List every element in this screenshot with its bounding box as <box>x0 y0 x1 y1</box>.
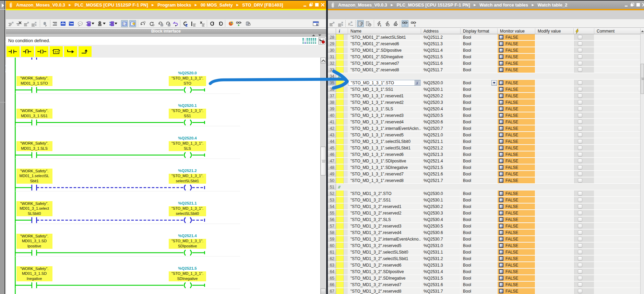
watch-table-row[interactable]: 32 "STO_MD01_2".reserved7 %Q2511.6 Bool … <box>328 60 640 67</box>
header-display-format-column[interactable]: Display format <box>461 28 498 34</box>
tag-name-cell[interactable]: "STO_MD_1_3_1".SLS <box>348 106 421 112</box>
tag-name-cell[interactable]: "STO_MD_1_3_1".reserved1 <box>348 93 421 99</box>
tag-name-cell[interactable]: "STO_MD1_3_2".reserved5 <box>348 243 421 249</box>
display-format-cell[interactable]: Bool <box>461 171 498 177</box>
watch-table-row[interactable]: 42 "STO_MD_1_3_1".internalEventAckn... %… <box>328 125 640 132</box>
modify-value-cell[interactable] <box>535 125 574 132</box>
trigger-checkbox[interactable] <box>578 204 582 209</box>
dropdown-arrow-icon[interactable] <box>92 23 94 25</box>
watch-table-row[interactable]: 52 "STO_MD1_3_2".STO %Q2530.0 Bool FALSE <box>328 191 640 197</box>
address-cell[interactable]: %Q2521.5 <box>421 164 461 171</box>
trigger-checkbox[interactable] <box>578 289 582 293</box>
trigger-checkbox[interactable] <box>578 54 582 59</box>
expanded-mode-icon[interactable] <box>402 20 408 27</box>
display-format-cell[interactable]: Bool <box>461 99 498 106</box>
monitor-value-cell[interactable]: FALSE <box>498 204 535 210</box>
trigger-checkbox[interactable] <box>578 61 582 65</box>
ladder-network-canvas[interactable]: "WORK_Safety". MD01_3_1.STO %Q2520.0 "ST… <box>6 58 326 294</box>
monitor-value-cell[interactable]: FALSE <box>498 112 535 119</box>
splitter-collapse-icon[interactable] <box>312 34 316 36</box>
contact-operand-label[interactable]: "WORK_Safety". MD01_3_1.SLS <box>16 141 52 151</box>
tag-name-cell[interactable]: "STO_MD1_3_2".SDIpositive <box>348 269 421 275</box>
monitor-value-cell[interactable]: FALSE <box>498 60 535 66</box>
monitor-value-cell[interactable]: FALSE <box>498 288 535 294</box>
trigger-checkbox[interactable] <box>578 198 582 202</box>
goto-next-error-icon[interactable] <box>217 20 224 27</box>
trigger-checkbox[interactable] <box>578 152 582 157</box>
comment-cell[interactable] <box>594 210 640 216</box>
watch-table-row[interactable]: 37 "STO_MD_1_3_1".reserved1 %Q2520.2 Boo… <box>328 93 640 99</box>
trigger-checkbox[interactable] <box>578 146 582 150</box>
display-format-cell[interactable]: Bool <box>461 249 498 255</box>
modify-value-cell[interactable] <box>535 275 574 281</box>
watch-table-row[interactable]: 65 "STO_MD1_3_2".SDInegative %Q2531.5 Bo… <box>328 275 640 282</box>
address-cell[interactable]: %Q2520.0 <box>421 80 461 86</box>
network-comments-icon[interactable] <box>77 20 84 27</box>
comment-cell[interactable] <box>594 158 640 164</box>
maximize-button[interactable] <box>315 3 319 7</box>
minimize-button[interactable] <box>624 3 629 7</box>
address-cell[interactable]: %Q2531.7 <box>421 288 461 294</box>
comment-cell[interactable] <box>594 112 640 119</box>
comment-cell[interactable] <box>594 86 640 93</box>
modify-value-cell[interactable] <box>535 191 574 197</box>
add-row-icon[interactable] <box>337 20 344 27</box>
modify-value-cell[interactable] <box>535 249 574 255</box>
add-row-icon[interactable] <box>31 20 37 27</box>
tag-name-cell[interactable]: "STO_MD1_3_2".reserved8 <box>348 288 421 294</box>
monitor-value-cell[interactable]: FALSE <box>498 145 535 151</box>
trigger-checkbox[interactable] <box>578 224 582 228</box>
address-cell[interactable]: %Q2531.3 <box>421 262 461 268</box>
tag-name-cell[interactable]: "STO_MD_1_3_1".selectSLSbit1 <box>348 145 421 151</box>
coil-address-label[interactable]: %Q2521.2 <box>169 169 206 173</box>
modify-value-cell[interactable] <box>535 223 574 229</box>
start-values-list-icon[interactable] <box>190 20 197 27</box>
monitor-value-cell[interactable]: FALSE <box>498 197 535 203</box>
consistency-check-icon[interactable] <box>148 20 155 27</box>
normally-open-contact-button[interactable] <box>7 46 20 57</box>
display-format-cell[interactable]: Bool <box>461 54 498 60</box>
insert-row-icon[interactable] <box>329 20 335 27</box>
modify-value-cell[interactable] <box>535 282 574 288</box>
modify-value-cell[interactable] <box>535 197 574 203</box>
insert-fbd-element-icon[interactable]: 01 <box>85 20 92 27</box>
display-format-cell[interactable]: Bool <box>461 262 498 268</box>
modify-value-cell[interactable] <box>535 158 574 164</box>
coil-operand-label[interactable]: "STO_MD_1_3_1". STO <box>169 76 206 86</box>
monitor-value-cell[interactable]: FALSE <box>498 151 535 158</box>
tag-name-cell[interactable]: "STO_MD01_2".SDInegative <box>348 54 421 60</box>
address-cell[interactable]: %Q2521.1 <box>421 138 461 145</box>
watch-table-row[interactable]: 50 "STO_MD_1_3_1".reserved8 %Q2521.7 Boo… <box>328 177 640 184</box>
monitor-value-cell[interactable]: FALSE <box>498 80 535 86</box>
trigger-checkbox[interactable] <box>578 256 582 261</box>
absolute-symbolic-toggle-icon[interactable] <box>121 20 128 27</box>
tag-name-cell[interactable]: "STO_MD1_3_2".reserved2 <box>348 210 421 216</box>
address-cell[interactable]: %Q2521.7 <box>421 177 461 184</box>
trigger-checkbox[interactable] <box>578 237 582 241</box>
display-format-cell[interactable]: Bool <box>461 67 498 73</box>
open-branch-button[interactable] <box>64 46 77 57</box>
trigger-checkbox[interactable] <box>578 87 582 91</box>
display-format-cell[interactable]: Bool <box>461 119 498 125</box>
scroll-up-button[interactable] <box>641 28 644 34</box>
modify-value-cell[interactable] <box>535 210 574 216</box>
tag-name-cell[interactable]: "STO_MD_1_3_1".SS1 <box>348 86 421 93</box>
tag-name-cell[interactable]: "STO_MD1_3_2".reserved3 <box>348 223 421 229</box>
enable-peripheral-outputs-icon[interactable] <box>392 20 398 27</box>
comment-cell[interactable] <box>594 249 640 255</box>
tag-name-cell[interactable]: "STO_MD1_3_2".reserved4 <box>348 230 421 236</box>
comment-cell[interactable] <box>594 125 640 132</box>
breadcrumb-segment[interactable]: 00 MOS_Safety <box>199 2 235 8</box>
comment-cell[interactable] <box>594 243 640 249</box>
address-cell[interactable]: %Q2530.7 <box>421 236 461 242</box>
tag-name-cell[interactable]: "STO_MD1_3_2".SS1 <box>348 197 421 203</box>
comment-cell[interactable] <box>594 145 640 151</box>
display-format-cell[interactable]: Bool <box>461 197 498 203</box>
comment-cell[interactable] <box>594 151 640 158</box>
display-format-cell[interactable]: Bool <box>461 47 498 53</box>
breadcrumb-segment[interactable]: Amazon_Moses_V0.0.3 <box>14 2 67 8</box>
coil-address-label[interactable]: %Q2521.1 <box>169 201 206 206</box>
tag-name-cell[interactable]: "STO_MD_1_3_1".reserved7 <box>348 171 421 177</box>
trigger-checkbox[interactable] <box>578 243 582 248</box>
modify-value-cell[interactable] <box>535 177 574 184</box>
